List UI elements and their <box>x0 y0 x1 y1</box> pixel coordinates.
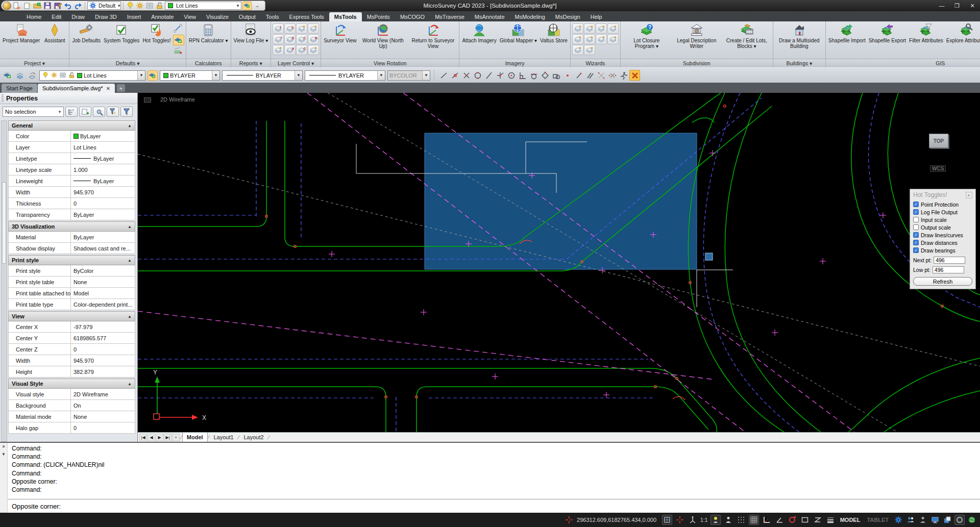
layer-tool-icon[interactable] <box>596 34 607 44</box>
valtus-store-button[interactable]: Valtus Store <box>539 22 569 44</box>
filter-bolt-icon[interactable] <box>107 107 119 117</box>
freeze-icon[interactable] <box>59 71 66 79</box>
snap-nearest-icon[interactable] <box>483 70 494 81</box>
layer-tool-icon[interactable] <box>308 45 319 55</box>
ortho-icon[interactable] <box>762 515 772 525</box>
layer-tool-icon[interactable] <box>308 23 319 34</box>
section-header-visual-style[interactable]: Visual Style▲ <box>8 379 135 389</box>
menu-tab-tools[interactable]: Tools <box>261 12 284 21</box>
ribbon-group-label[interactable]: Buildings ▾ <box>773 59 825 67</box>
layer-tool-icon[interactable] <box>584 45 595 55</box>
ribbon-group-label[interactable]: Layer Control ▾ <box>271 59 321 67</box>
toggle-point-protection[interactable]: ✓Point Protection <box>913 200 972 208</box>
model-space-button[interactable]: MODEL <box>838 517 863 523</box>
assistant-button[interactable]: Assistant <box>42 22 67 44</box>
layer-tool-icon-m[interactable]: M <box>308 34 319 44</box>
layer-tool-icon[interactable] <box>607 34 619 44</box>
menu-tab-mstools[interactable]: MsTools <box>329 12 362 21</box>
freeze-icon[interactable] <box>145 2 154 10</box>
property-value[interactable]: Color-dependent print... <box>71 299 135 310</box>
properties-scrollbar[interactable] <box>1 120 7 442</box>
menu-tab-insert[interactable]: Insert <box>122 12 146 21</box>
checked-checkbox-icon[interactable]: ✓ <box>913 232 919 238</box>
menu-tab-view[interactable]: View <box>179 12 201 21</box>
ribbon-group-label[interactable]: Project ▾ <box>0 59 69 67</box>
collapse-icon[interactable]: ▸ <box>966 192 972 198</box>
create-edit-lots-blocks-button[interactable]: HHCreate / Edit Lots, Blocks ▾ <box>722 22 771 49</box>
filter-attributes-button[interactable]: Filter Attributes <box>908 22 944 44</box>
snap-insert-icon[interactable] <box>551 70 561 81</box>
ribbon-group-label[interactable]: Reports ▾ <box>231 59 271 67</box>
property-value[interactable]: None <box>71 411 135 422</box>
quick-list-icon[interactable]: = <box>65 107 78 117</box>
snap-parallel-icon[interactable] <box>584 70 595 81</box>
snap-marker-icon[interactable] <box>662 515 672 525</box>
coordinates-readout[interactable]: 296312.609,6182765.434,0.000 <box>577 517 656 523</box>
next-pt-input[interactable]: 496 <box>934 257 965 264</box>
snap-circle-icon[interactable] <box>472 70 483 81</box>
people-icon[interactable] <box>905 515 916 525</box>
lineweight-combo[interactable]: BYLAYER ▼ <box>305 70 385 81</box>
property-value[interactable]: 1.000 <box>71 164 135 175</box>
open-folder-icon[interactable] <box>33 2 42 10</box>
layer-tool-icon-s[interactable]: S <box>284 34 296 44</box>
property-value[interactable]: Lot Lines <box>71 142 135 153</box>
menu-tab-help[interactable]: Help <box>585 12 607 21</box>
menu-tab-annotate[interactable]: Annotate <box>146 12 179 21</box>
menu-tab-msdesign[interactable]: MsDesign <box>550 12 585 21</box>
attach-imagery-button[interactable]: Attach Imagery <box>461 22 497 44</box>
refresh-button[interactable]: Refresh <box>913 277 972 286</box>
snap-midpoint-icon[interactable] <box>450 70 460 81</box>
property-value[interactable]: 382.879 <box>71 366 135 377</box>
menu-tab-visualize[interactable]: Visualize <box>201 12 234 21</box>
unchecked-checkbox-icon[interactable] <box>913 217 919 222</box>
view-log-file-button[interactable]: View Log File ▾ <box>233 22 270 44</box>
section-header-view[interactable]: View▲ <box>8 311 135 321</box>
new-file-icon[interactable] <box>22 2 32 10</box>
snap-endpoint-icon[interactable] <box>438 70 449 81</box>
lines-icon[interactable] <box>173 46 184 57</box>
property-value[interactable]: -97.979 <box>71 321 135 332</box>
property-value[interactable]: On <box>71 400 135 411</box>
visual-style-label[interactable]: 2D Wireframe <box>160 96 195 103</box>
rpn-calculator-button[interactable]: RPN Calculator ▾ <box>188 22 229 44</box>
checked-checkbox-icon[interactable]: ✓ <box>913 247 919 253</box>
menu-tab-mscogo[interactable]: MsCOGO <box>395 12 430 21</box>
snap-perpendicular-icon[interactable] <box>517 70 528 81</box>
drawing-canvas[interactable]: Y X 2D Wireframe TOP WCS <box>138 93 980 432</box>
layer-tool-icon[interactable] <box>572 23 583 34</box>
layer-tool-icon-x[interactable]: X <box>284 45 296 55</box>
snap-center-icon[interactable] <box>506 70 517 81</box>
linetype-combo[interactable]: BYLAYER ▼ <box>222 70 303 81</box>
toggle-draw-bearings[interactable]: ✓Draw bearings <box>913 246 972 254</box>
lineweight-icon[interactable] <box>825 515 836 525</box>
sun-icon[interactable] <box>51 71 58 79</box>
menu-tab-mstraverse[interactable]: MsTraverse <box>430 12 470 21</box>
shapefile-export-button[interactable]: Shapefile Export <box>868 22 907 44</box>
lock-icon[interactable] <box>68 71 75 79</box>
explore-attributes-button[interactable]: Explore Attributes <box>945 22 980 44</box>
toggle-log-file-output[interactable]: ✓Log File Output <box>913 208 972 216</box>
profile-combo[interactable]: Default ▼ <box>87 2 121 10</box>
menu-tab-output[interactable]: Output <box>234 12 261 21</box>
menu-tab-express-tools[interactable]: Express Tools <box>284 12 329 21</box>
layout-nav-plus-button[interactable]: + <box>172 434 180 441</box>
polar-icon[interactable] <box>774 515 785 525</box>
bulb-icon[interactable] <box>126 2 135 10</box>
property-value[interactable]: ByColor <box>71 265 135 276</box>
toggle-output-scale[interactable]: Output scale <box>913 223 972 231</box>
command-prompt[interactable]: Opposite corner: <box>8 499 980 513</box>
set-layer-by-entity-button[interactable] <box>148 70 158 81</box>
rect-sel-icon[interactable] <box>800 515 810 525</box>
global-mapper-button[interactable]: Global Mapper ▾ <box>499 22 538 44</box>
grid-icon[interactable] <box>749 515 759 525</box>
layout-nav-next-button[interactable]: ▶ <box>156 434 163 441</box>
minimize-button[interactable]: — <box>934 0 949 11</box>
property-value[interactable]: 945.970 <box>71 355 135 366</box>
ribbon-group-label[interactable]: GIS <box>826 59 980 67</box>
system-toggles-button[interactable]: System Toggles <box>103 22 140 44</box>
layout-nav-last-button[interactable]: ▶| <box>164 434 172 441</box>
save-icon[interactable] <box>43 2 52 10</box>
menu-tab-home[interactable]: Home <box>21 12 46 21</box>
layer-tool-icon-i[interactable]: I <box>273 23 284 34</box>
